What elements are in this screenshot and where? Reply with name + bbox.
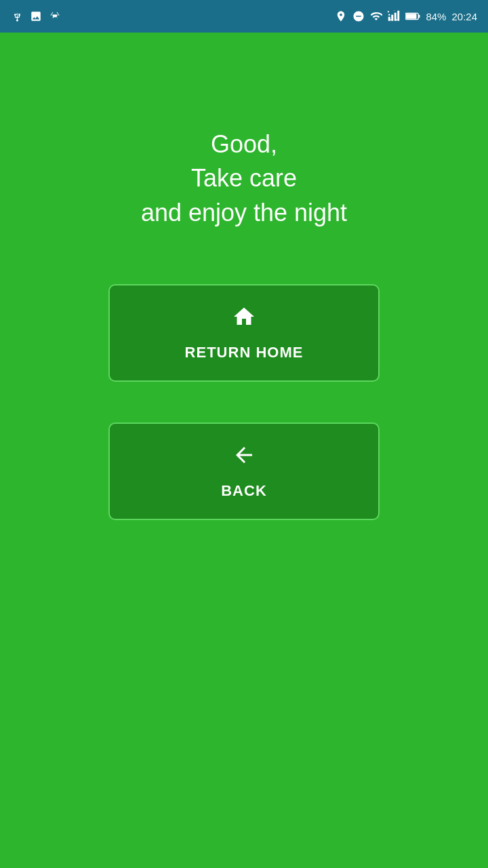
battery-icon — [405, 12, 420, 21]
arrow-left-icon — [232, 443, 256, 471]
status-bar-left — [11, 10, 61, 22]
status-bar: 84% 20:24 — [0, 0, 488, 33]
greeting-line1: Good, — [211, 130, 277, 158]
svg-rect-2 — [394, 13, 396, 21]
svg-rect-3 — [398, 11, 400, 21]
signal-icon — [388, 10, 400, 22]
buttons-container: RETURN HOME BACK — [0, 284, 488, 520]
return-home-button[interactable]: RETURN HOME — [108, 284, 380, 382]
location-icon — [335, 10, 347, 22]
main-content: Good, Take care and enjoy the night RETU… — [0, 33, 488, 868]
return-home-label: RETURN HOME — [185, 344, 304, 361]
dnd-icon — [352, 10, 365, 22]
android-icon — [49, 10, 61, 22]
greeting-line3: and enjoy the night — [141, 199, 347, 226]
greeting-message: Good, Take care and enjoy the night — [141, 127, 347, 230]
clock: 20:24 — [451, 11, 477, 22]
usb-icon — [11, 10, 23, 22]
svg-rect-5 — [419, 15, 420, 18]
back-label: BACK — [221, 482, 267, 500]
status-bar-right: 84% 20:24 — [335, 10, 477, 22]
back-button[interactable]: BACK — [108, 422, 380, 520]
svg-rect-1 — [392, 15, 394, 21]
svg-rect-0 — [388, 17, 390, 21]
greeting-line2: Take care — [191, 164, 297, 192]
wifi-icon — [370, 10, 382, 22]
battery-level: 84% — [426, 11, 446, 22]
svg-rect-6 — [406, 14, 417, 18]
home-icon — [232, 304, 256, 333]
image-icon — [30, 10, 42, 22]
